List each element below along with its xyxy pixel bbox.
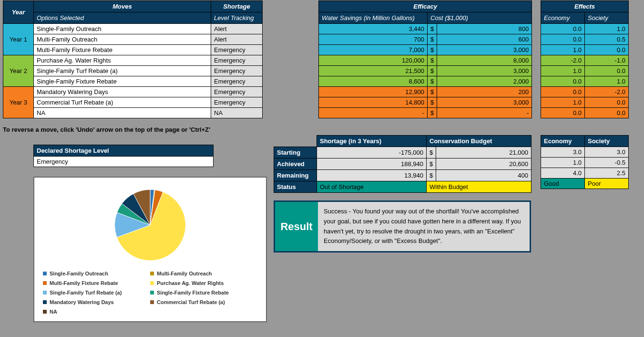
legend-label: Multi-Family Fixture Rebate — [50, 280, 118, 286]
econ-cell: 0.0 — [541, 87, 585, 97]
cost-cell: 3,000 — [437, 45, 532, 55]
undo-note: To reverse a move, click 'Undo' arrow on… — [3, 126, 210, 133]
tracking-cell: NA — [211, 108, 263, 118]
dollar-sign: $ — [428, 24, 437, 34]
legend-swatch — [150, 300, 154, 304]
option-cell: Mandatory Watering Days — [34, 87, 211, 97]
effects-table: Effects Economy Society 0.01.00.00.51.00… — [541, 0, 629, 118]
pie-legend: Single-Family OutreachMulti-Family Outre… — [34, 271, 266, 323]
cost-cell: 8,000 — [437, 55, 532, 66]
summary-table: Shortage (in 3 Years) Conservation Budge… — [274, 135, 532, 193]
option-cell: Multi-Family Outreach — [34, 34, 211, 45]
level-tracking-header: Level Tracking — [211, 12, 263, 24]
dollar-sign: $ — [428, 108, 437, 118]
tracking-cell: Emergency — [211, 45, 263, 55]
dollar-sign: $ — [428, 76, 437, 87]
option-cell: Single-Family Outreach — [34, 24, 211, 34]
econ-cell: 0.0 — [541, 34, 585, 45]
legend-item: Multi-Family Fixture Rebate — [43, 280, 150, 286]
tracking-cell: Alert — [211, 34, 263, 45]
economy-header: Economy — [541, 12, 585, 24]
dollar-sign: $ — [428, 45, 437, 55]
year-label: Year 3 — [3, 87, 34, 118]
option-cell: Single-Family Fixture Rebate — [34, 76, 211, 87]
declared-shortage-label: Declared Shortage Level — [34, 145, 214, 157]
legend-swatch — [150, 272, 154, 275]
result-text: Success - You found your way out of the … — [318, 202, 530, 251]
option-cell: Purchase Ag. Water Rights — [34, 55, 211, 66]
soc-cell: 0.0 — [585, 45, 629, 55]
declared-shortage-block: Declared Shortage Level Emergency — [33, 145, 214, 167]
effects-header: Effects — [541, 1, 629, 12]
soc-cell: 0.0 — [585, 66, 629, 76]
econ-cell: 0.0 — [541, 24, 585, 34]
savings-cell: 8,600 — [319, 76, 428, 87]
remaining-label: Remaining — [274, 170, 317, 181]
legend-item: Commercial Turf Rebate (a) — [150, 299, 257, 305]
cost-cell: - — [437, 108, 532, 118]
option-cell: Single-Family Turf Rebate (a) — [34, 66, 211, 76]
cost-cell: 3,000 — [437, 66, 532, 76]
achieved-label: Achieved — [274, 158, 317, 170]
dollar-sign: $ — [427, 170, 436, 181]
dollar-sign: $ — [428, 55, 437, 66]
legend-swatch — [150, 291, 154, 295]
econ-cell: 0.0 — [541, 76, 585, 87]
moves-header: Moves — [34, 1, 211, 12]
cost-cell: 600 — [437, 34, 532, 45]
result-box: Result Success - You found your way out … — [274, 200, 531, 253]
legend-label: Single-Family Outreach — [50, 271, 108, 276]
econ-achieved: 1.0 — [541, 158, 585, 168]
cost-cell: 800 — [437, 24, 532, 34]
econ-remaining: 4.0 — [541, 168, 585, 179]
option-cell: Commercial Turf Rebate (a) — [34, 97, 211, 108]
cost-cell: 200 — [437, 87, 532, 97]
tracking-cell: Emergency — [211, 55, 263, 66]
soc-cell: 1.0 — [585, 24, 629, 34]
budget-header: Conservation Budget — [427, 136, 532, 147]
legend-item: Single-Family Outreach — [43, 271, 150, 276]
savings-cell: - — [319, 108, 428, 118]
pie-svg — [107, 183, 193, 267]
savings-cell: 7,000 — [319, 45, 428, 55]
tracking-cell: Emergency — [211, 76, 263, 87]
cost-header: Cost ($1,000) — [428, 12, 532, 24]
cost-cell: 2,000 — [437, 76, 532, 87]
year-header: Year — [3, 1, 34, 24]
savings-cell: 3,440 — [319, 24, 428, 34]
efficacy-table: Efficacy Water Savings (in Million Gallo… — [318, 0, 532, 118]
legend-label: Single-Family Fixture Rebate — [157, 290, 229, 295]
legend-label: Mandatory Watering Days — [50, 299, 114, 305]
savings-cell: 14,800 — [319, 97, 428, 108]
pie-chart: Single-Family OutreachMulti-Family Outre… — [33, 177, 267, 322]
dollar-sign: $ — [428, 87, 437, 97]
legend-label: NA — [50, 309, 57, 315]
econ-cell: 1.0 — [541, 66, 585, 76]
efficacy-header: Efficacy — [319, 1, 532, 12]
option-cell: NA — [34, 108, 211, 118]
tracking-cell: Alert — [211, 24, 263, 34]
econ-cell: 1.0 — [541, 97, 585, 108]
dollar-sign: $ — [427, 158, 436, 170]
achieved-shortage: 188,940 — [317, 158, 427, 170]
soc-cell: 0.5 — [585, 34, 629, 45]
savings-cell: 700 — [319, 34, 428, 45]
soc-remaining: 2.5 — [585, 168, 629, 179]
econ-status: Good — [541, 179, 585, 189]
legend-swatch — [43, 291, 47, 295]
economy-sum-header: Economy — [541, 136, 585, 147]
legend-item: Purchase Ag. Water Rights — [150, 280, 257, 286]
soc-status: Poor — [585, 179, 629, 189]
legend-swatch — [43, 281, 47, 285]
legend-item: Single-Family Fixture Rebate — [150, 290, 257, 295]
soc-starting: 3.0 — [585, 147, 629, 158]
dollar-sign: $ — [428, 34, 437, 45]
year-label: Year 1 — [3, 24, 34, 55]
soc-cell: 1.0 — [585, 76, 629, 87]
soc-achieved: -0.5 — [585, 158, 629, 168]
tracking-cell: Emergency — [211, 97, 263, 108]
econ-starting: 3.0 — [541, 147, 585, 158]
legend-label: Purchase Ag. Water Rights — [157, 280, 224, 286]
status-label: Status — [274, 181, 317, 193]
cost-cell: 3,000 — [437, 97, 532, 108]
